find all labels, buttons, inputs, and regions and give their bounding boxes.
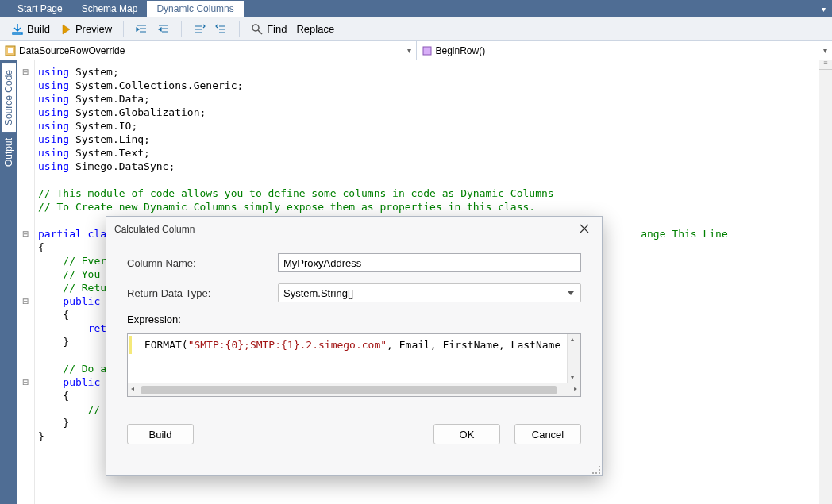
expr-horizontal-scrollbar[interactable] <box>128 383 580 396</box>
fold-toggle[interactable]: ⊟ <box>17 227 34 240</box>
fold-toggle[interactable]: ⊟ <box>17 65 34 79</box>
dialog-titlebar[interactable]: Calculated Column <box>106 217 602 242</box>
resize-grip[interactable] <box>591 464 600 474</box>
find-label: Find <box>267 23 287 35</box>
preview-label: Preview <box>75 23 112 35</box>
fold-toggle[interactable]: ⊟ <box>17 294 34 308</box>
search-icon <box>251 23 264 36</box>
replace-button[interactable]: Replace <box>293 21 337 37</box>
document-tabs: Start Page Schema Map Dynamic Columns <box>0 0 832 17</box>
vertical-scrollbar[interactable]: ≡ <box>819 60 832 504</box>
return-type-select[interactable]: System.String[] <box>278 283 581 302</box>
tab-schema-map[interactable]: Schema Map <box>72 1 148 17</box>
side-tabs: Source Code Output <box>0 60 17 504</box>
close-icon <box>580 224 589 233</box>
dialog-title-text: Calculated Column <box>114 224 195 235</box>
dialog-build-button[interactable]: Build <box>127 424 194 444</box>
side-tab-output[interactable]: Output <box>2 132 16 173</box>
cancel-button[interactable]: Cancel <box>514 424 581 444</box>
return-type-value: System.String[] <box>283 287 353 299</box>
method-name: BeginRow() <box>436 45 486 56</box>
method-icon <box>422 45 433 56</box>
chevron-down-icon: ▾ <box>407 46 411 55</box>
class-name: DataSourceRowOverride <box>19 45 125 56</box>
preview-button[interactable]: Preview <box>56 21 115 37</box>
fold-toggle[interactable]: ⊟ <box>17 375 34 389</box>
comment-button[interactable] <box>190 21 209 37</box>
split-handle[interactable]: ≡ <box>819 60 832 70</box>
comment-icon <box>193 23 206 36</box>
dialog-body: Column Name: Return Data Type: System.St… <box>106 242 602 408</box>
indent-button[interactable] <box>132 21 151 37</box>
play-icon <box>60 23 72 36</box>
toolbar-divider <box>239 21 240 37</box>
expression-code[interactable]: FORMAT("SMTP:{0};SMTP:{1}.2.simego.com",… <box>129 336 579 354</box>
toolbar-divider <box>181 21 182 37</box>
expression-editor[interactable]: FORMAT("SMTP:{0};SMTP:{1}.2.simego.com",… <box>127 333 581 397</box>
svg-point-0 <box>252 25 259 31</box>
tab-start-page[interactable]: Start Page <box>8 1 72 17</box>
toolbar-divider <box>123 21 124 37</box>
svg-rect-3 <box>423 47 431 55</box>
tabs-overflow-button[interactable] <box>822 3 832 14</box>
outdent-icon <box>157 23 170 36</box>
member-navigation: DataSourceRowOverride ▾ BeginRow() ▾ <box>0 41 832 60</box>
expr-vertical-scrollbar[interactable] <box>567 334 580 383</box>
ok-button[interactable]: OK <box>433 424 500 444</box>
editor-gutter: ⊟ ⊟ ⊟ ⊟ <box>17 60 35 504</box>
build-label: Build <box>27 23 50 35</box>
column-name-label: Column Name: <box>127 257 278 269</box>
uncomment-icon <box>215 23 228 36</box>
uncomment-button[interactable] <box>212 21 231 37</box>
calculated-column-dialog: Calculated Column Column Name: Return Da… <box>106 216 603 476</box>
column-name-input[interactable] <box>278 253 581 272</box>
replace-label: Replace <box>296 23 334 35</box>
class-icon <box>5 45 16 56</box>
close-button[interactable] <box>575 221 594 237</box>
tab-dynamic-columns[interactable]: Dynamic Columns <box>147 1 243 17</box>
indent-icon <box>135 23 148 36</box>
class-selector[interactable]: DataSourceRowOverride ▾ <box>0 41 417 60</box>
dialog-buttons: Build OK Cancel <box>106 424 602 444</box>
build-icon <box>11 23 24 36</box>
toolbar: Build Preview Find Replace <box>0 17 832 41</box>
build-button[interactable]: Build <box>8 21 53 37</box>
scrollbar-thumb[interactable] <box>141 386 557 394</box>
return-type-label: Return Data Type: <box>127 287 278 299</box>
member-selector[interactable]: BeginRow() ▾ <box>417 41 833 60</box>
outdent-button[interactable] <box>154 21 173 37</box>
svg-rect-2 <box>8 48 13 53</box>
chevron-down-icon: ▾ <box>823 46 827 55</box>
expression-label: Expression: <box>127 314 581 325</box>
find-button[interactable]: Find <box>248 21 290 37</box>
side-tab-source-code[interactable]: Source Code <box>2 63 16 132</box>
